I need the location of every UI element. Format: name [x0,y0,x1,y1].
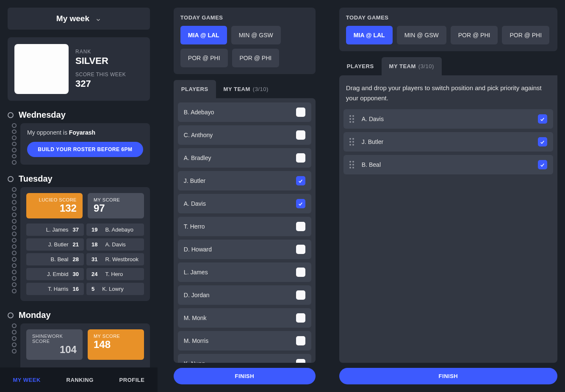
player-name: D. Howard [184,246,212,253]
player-checkbox[interactable] [538,160,547,169]
day-marker-icon [8,312,14,318]
rank-card: RANK SILVER SCORE THIS WEEK 327 [8,37,150,101]
player-checkbox[interactable] [296,359,305,363]
today-games-card: TODAY GAMES MIA @ LALMIN @ GSWPOR @ PHIP… [174,8,316,74]
opponent-score-box: LUCIEO SCORE 132 [26,193,83,218]
score-row: J. Butler2118A. Davis [26,238,144,251]
match-card-monday: SHINEWORK SCORE 104 MY SCORE 148 [20,323,150,371]
player-name: B. Beal [362,161,530,168]
player-row: C. Anthony [178,125,311,145]
panel-players: TODAY GAMES MIA @ LALMIN @ GSWPOR @ PHIP… [166,0,323,392]
day-header-tuesday: Tuesday [8,174,150,184]
player-row: A. Davis [178,194,311,213]
section-title: TODAY GAMES [346,14,551,21]
player-name: A. Davis [184,200,206,207]
player-row: T. Herro [178,217,311,236]
drag-handle-icon[interactable] [349,161,354,168]
player-cell: 24T. Hero [86,268,144,280]
player-checkbox[interactable] [296,290,305,300]
player-name: L. James [184,269,208,276]
myteam-row[interactable]: J. Butler [343,132,553,152]
player-checkbox[interactable] [296,245,305,254]
score-row: T. Harris165K. Lowry [26,283,144,295]
nav-my-week[interactable]: MY WEEK [13,377,40,383]
my-score-box: MY SCORE 97 [88,193,144,218]
week-dropdown[interactable]: My week [8,8,150,30]
myteam-body: Drag and drop your players to switch pos… [339,75,557,363]
player-name: M. Monk [184,315,207,321]
tab-players[interactable]: PLAYERS [174,80,216,98]
myteam-row[interactable]: B. Beal [343,155,553,174]
player-name: B. Adebayo [184,109,214,116]
player-checkbox[interactable] [296,176,305,185]
player-name: J. Butler [362,138,530,145]
finish-button[interactable]: FINISH [174,368,316,384]
player-row: B. Adebayo [178,102,311,122]
rank-label: RANK [75,49,126,55]
score-row: B. Beal2831R. Westbrook [26,253,144,265]
instruction-text: Drag and drop your players to switch pos… [343,80,553,109]
player-checkbox[interactable] [538,114,547,124]
player-checkbox[interactable] [296,199,305,208]
nav-ranking[interactable]: RANKING [66,377,94,383]
player-checkbox[interactable] [296,336,305,345]
player-name: T. Herro [184,223,205,230]
player-cell: J. Butler21 [26,238,84,251]
player-row: D. Jordan [178,285,311,305]
game-chip[interactable]: POR @ PHI [502,26,549,44]
player-checkbox[interactable] [296,313,305,323]
player-cell: L. James37 [26,224,84,236]
rank-badge-icon [14,44,69,94]
day-marker-icon [8,112,14,118]
player-name: A. Bradley [184,155,211,161]
player-checkbox[interactable] [296,222,305,231]
dropdown-label: My week [56,14,89,23]
day-header-monday: Monday [8,310,150,320]
player-name: A. Davis [362,116,530,122]
game-chip[interactable]: POR @ PHI [451,26,498,44]
finish-button[interactable]: FINISH [339,368,557,384]
opponent-text: My opponent is Foyarash [27,129,143,136]
score-row: L. James3719B. Adebayo [26,224,144,236]
player-row: M. Morris [178,331,311,351]
player-checkbox[interactable] [296,268,305,277]
player-name: D. Jordan [184,292,210,298]
player-cell: 18A. Davis [86,238,144,251]
player-checkbox[interactable] [296,153,305,163]
score-week-label: SCORE THIS WEEK [75,72,126,77]
panel-myweek: My week RANK SILVER SCORE THIS WEEK 327 … [0,0,158,392]
player-name: C. Anthony [184,132,213,138]
player-cell: 31R. Westbrook [86,253,144,265]
tab-myteam[interactable]: MY TEAM(3/10) [382,57,442,75]
tab-myteam[interactable]: MY TEAM(3/10) [216,80,276,98]
chevron-down-icon [95,16,101,22]
player-checkbox[interactable] [296,130,305,140]
game-chip[interactable]: POR @ PHI [232,49,280,67]
player-name: K. Nunn [184,360,205,363]
myteam-row[interactable]: A. Davis [343,109,553,129]
player-cell: 19B. Adebayo [86,224,144,236]
bottom-nav: MY WEEK RANKING PROFILE [0,367,158,392]
player-row: L. James [178,262,311,282]
today-games-card: TODAY GAMES MIA @ LALMIN @ GSWPOR @ PHIP… [339,8,557,51]
game-chip[interactable]: MIN @ GSW [397,26,446,44]
nav-profile[interactable]: PROFILE [119,377,145,383]
player-name: M. Morris [184,337,208,344]
player-cell: 5K. Lowry [86,283,144,295]
day-header-wednesday: Wednesday [8,110,150,120]
build-roster-button[interactable]: BUILD YOUR ROSTER BEFORE 6PM [27,142,143,157]
game-chip[interactable]: POR @ PHI [180,49,228,67]
game-chip[interactable]: MIA @ LAL [346,26,393,44]
player-checkbox[interactable] [296,108,305,117]
drag-handle-icon[interactable] [349,115,354,123]
tab-players[interactable]: PLAYERS [339,57,382,75]
player-checkbox[interactable] [538,137,547,146]
player-cell: T. Harris16 [26,283,84,295]
player-cell: B. Beal28 [26,253,84,265]
drag-handle-icon[interactable] [349,138,354,146]
game-chip[interactable]: MIN @ GSW [231,26,281,44]
players-list-body: B. AdebayoC. AnthonyA. BradleyJ. ButlerA… [174,98,316,363]
game-chip[interactable]: MIA @ LAL [180,26,227,44]
day-marker-icon [8,176,14,182]
my-score-box: MY SCORE 148 [88,329,144,360]
